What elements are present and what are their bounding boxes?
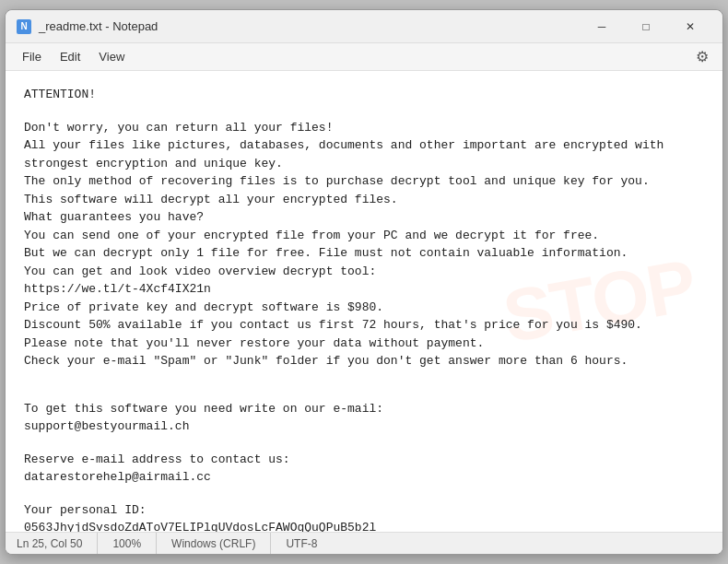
minimize-button[interactable]: ─ <box>581 13 623 41</box>
text-line-8: You can send one of your encrypted file … <box>24 227 704 245</box>
text-line-3: All your files like pictures, databases,… <box>24 136 704 155</box>
blank-line-4 <box>24 436 704 451</box>
editor-area[interactable]: STOP ATTENTION! Don't worry, you can ret… <box>6 71 722 532</box>
text-line-11: https://we.tl/t-4Xcf4IX21n <box>24 280 704 299</box>
text-line-4: strongest encryption and unique key. <box>24 155 704 173</box>
blank-line-2 <box>24 370 704 385</box>
window-controls: ─ □ ✕ <box>581 13 711 41</box>
text-line-17: support@bestyourmail.ch <box>24 417 704 436</box>
maximize-button[interactable]: □ <box>625 13 667 41</box>
text-line-1: ATTENTION! <box>24 86 704 104</box>
window-title: _readme.txt - Notepad <box>39 19 581 33</box>
text-line-14: Please note that you'll never restore yo… <box>24 335 704 353</box>
text-line-9: But we can decrypt only 1 file for free.… <box>24 244 704 263</box>
text-line-16: To get this software you need write on o… <box>24 400 704 418</box>
app-icon-letter: N <box>20 21 27 31</box>
notepad-window: N _readme.txt - Notepad ─ □ ✕ File Edit … <box>5 9 723 555</box>
blank-line-5 <box>24 487 704 501</box>
text-line-12: Price of private key and decrypt softwar… <box>24 299 704 317</box>
text-line-20: Your personal ID: <box>24 501 704 520</box>
text-line-5: The only method of recovering files is t… <box>24 172 704 191</box>
status-bar: Ln 25, Col 50 100% Windows (CRLF) UTF-8 <box>6 532 722 554</box>
settings-icon[interactable]: ⚙ <box>689 44 715 70</box>
app-icon: N <box>17 19 31 34</box>
zoom-level: 100% <box>98 533 157 554</box>
menu-bar: File Edit View ⚙ <box>6 43 722 71</box>
title-bar: N _readme.txt - Notepad ─ □ ✕ <box>6 10 722 43</box>
text-line-2: Don't worry, you can return all your fil… <box>24 119 704 137</box>
blank-line-1 <box>24 104 704 119</box>
cursor-position: Ln 25, Col 50 <box>17 533 98 554</box>
blank-line-3 <box>24 385 704 400</box>
text-line-7: What guarantees you have? <box>24 208 704 227</box>
text-line-19: datarestorehelp@airmail.cc <box>24 468 704 487</box>
line-ending: Windows (CRLF) <box>157 533 271 554</box>
encoding: UTF-8 <box>271 533 332 554</box>
menu-bar-right: ⚙ <box>689 44 715 70</box>
text-line-10: You can get and look video overview decr… <box>24 263 704 281</box>
text-line-6: This software will decrypt all your encr… <box>24 191 704 209</box>
menu-view[interactable]: View <box>89 46 134 67</box>
text-line-15: Check your e-mail "Spam" or "Junk" folde… <box>24 352 704 370</box>
editor-content: ATTENTION! Don't worry, you can return a… <box>24 86 704 532</box>
menu-edit[interactable]: Edit <box>51 46 89 67</box>
text-line-21: 0563JhyjdSvsdoZdAToV7ELIPlgUVdosLcFAWOgQ… <box>24 519 704 532</box>
close-button[interactable]: ✕ <box>669 13 711 41</box>
menu-file[interactable]: File <box>13 46 51 67</box>
text-line-13: Discount 50% available if you contact us… <box>24 316 704 335</box>
text-line-18: Reserve e-mail address to contact us: <box>24 451 704 469</box>
